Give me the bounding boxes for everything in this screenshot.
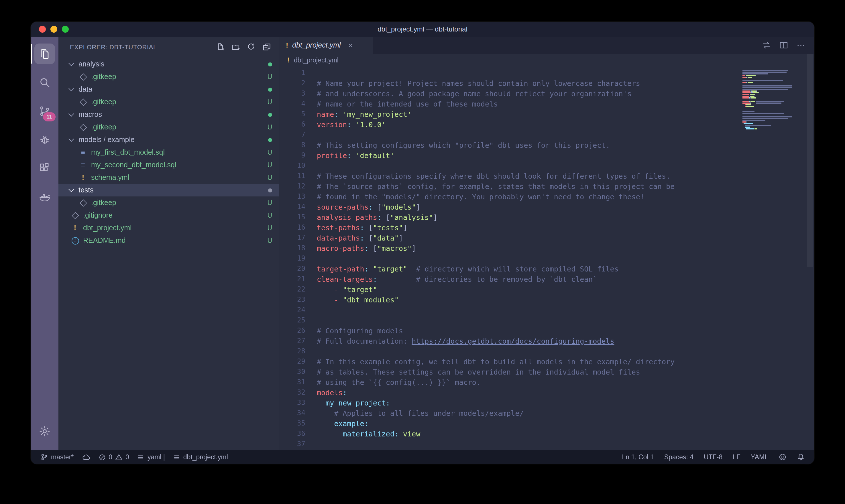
code-line-11[interactable]: 11# These configurations specify where d… — [279, 171, 814, 181]
code-line-21[interactable]: 21clean-targets: # directories to be rem… — [279, 274, 814, 284]
eol-setting[interactable]: LF — [733, 454, 740, 461]
code-line-5[interactable]: 5name: 'my_new_project' — [279, 109, 814, 119]
collapse-folders-button[interactable] — [260, 41, 272, 52]
dbt-file-status-item[interactable]: dbt_project.yml — [173, 453, 228, 461]
code-line-25[interactable]: 25 — [279, 315, 814, 325]
code-line-13[interactable]: 13# found in the "models/" directory. Yo… — [279, 191, 814, 202]
code-line-7[interactable]: 7 — [279, 129, 814, 140]
tree-file-dbt-project-yml[interactable]: dbt_project.ymlU — [58, 222, 279, 234]
code-line-16[interactable]: 16test-paths: ["tests"] — [279, 222, 814, 233]
feedback-smiley-button[interactable] — [778, 453, 787, 461]
tree-file-gitkeep[interactable]: .gitkeepU — [58, 70, 279, 83]
language-mode[interactable]: YAML — [751, 454, 768, 461]
activity-docker[interactable] — [31, 183, 58, 211]
new-folder-button[interactable] — [230, 41, 241, 52]
code-line-37[interactable]: 37 — [279, 439, 814, 449]
code-line-35[interactable]: 35 example: — [279, 418, 814, 428]
minimap[interactable] — [742, 68, 795, 132]
code-line-27[interactable]: 27# Full documentation: https://docs.get… — [279, 336, 814, 346]
scrollbar[interactable] — [807, 54, 813, 267]
code-line-33[interactable]: 33 my_new_project: — [279, 397, 814, 408]
code-line-24[interactable]: 24 — [279, 305, 814, 315]
code-line-19[interactable]: 19 — [279, 253, 814, 264]
code-line-10[interactable]: 10 — [279, 160, 814, 171]
code-editor[interactable]: 12# Name your project! Project names sho… — [279, 67, 814, 450]
code-line-6[interactable]: 6version: '1.0.0' — [279, 119, 814, 129]
code-line-28[interactable]: 28 — [279, 346, 814, 356]
tree-folder-macros[interactable]: macros — [58, 108, 279, 121]
code-line-2[interactable]: 2# Name your project! Project names shou… — [279, 78, 814, 88]
line-content: # using the `{{ config(...) }}` macro. — [305, 378, 481, 386]
cursor-position[interactable]: Ln 1, Col 1 — [622, 454, 654, 461]
line-content: # name or the intended use of these mode… — [305, 100, 498, 108]
tree-file-my-first-dbt-model-sql[interactable]: my_first_dbt_model.sqlU — [58, 146, 279, 159]
tree-folder-data[interactable]: data — [58, 83, 279, 96]
tree-folder-tests[interactable]: tests — [58, 184, 279, 196]
code-line-22[interactable]: 22 - "target" — [279, 284, 814, 294]
activity-settings[interactable] — [31, 417, 58, 446]
code-line-12[interactable]: 12# The `source-paths` config, for examp… — [279, 181, 814, 191]
minimize-window-button[interactable] — [50, 26, 57, 33]
activity-extensions[interactable] — [31, 154, 58, 183]
tree-item-label: .gitkeep — [91, 73, 116, 81]
branch-indicator[interactable]: master* — [40, 453, 74, 461]
tree-file-gitkeep[interactable]: .gitkeepU — [58, 96, 279, 108]
tree-file-gitkeep[interactable]: .gitkeepU — [58, 196, 279, 209]
code-line-9[interactable]: 9profile: 'default' — [279, 150, 814, 160]
tab-dbt-project-yml[interactable]: dbt_project.yml — [279, 37, 373, 54]
yaml-status-item[interactable]: yaml | — [137, 453, 165, 461]
code-line-18[interactable]: 18macro-paths: ["macros"] — [279, 243, 814, 253]
code-line-14[interactable]: 14source-paths: ["models"] — [279, 202, 814, 212]
code-line-8[interactable]: 8# This setting configures which "profil… — [279, 140, 814, 150]
tree-file-readme-md[interactable]: README.mdU — [58, 234, 279, 247]
line-number: 15 — [279, 213, 305, 221]
code-line-3[interactable]: 3# and underscores. A good package name … — [279, 88, 814, 98]
code-line-29[interactable]: 29# In this example config, we tell dbt … — [279, 356, 814, 366]
code-line-20[interactable]: 20target-path: "target" # directory whic… — [279, 264, 814, 274]
tree-file-gitkeep[interactable]: .gitkeepU — [58, 121, 279, 133]
line-number: 20 — [279, 265, 305, 273]
code-line-1[interactable]: 1 — [279, 68, 814, 78]
code-line-4[interactable]: 4# name or the intended use of these mod… — [279, 98, 814, 109]
new-file-button[interactable] — [214, 41, 226, 52]
breadcrumb[interactable]: dbt_project.yml — [279, 54, 814, 67]
line-content: - "target" — [305, 285, 377, 293]
split-editor-button[interactable] — [778, 40, 789, 50]
compare-changes-button[interactable] — [761, 40, 772, 50]
close-tab-icon[interactable] — [348, 41, 353, 49]
activity-explorer[interactable] — [31, 39, 58, 68]
activity-search[interactable] — [31, 68, 58, 97]
editor-group: dbt_project.yml — [279, 37, 814, 450]
activity-run-debug[interactable] — [31, 125, 58, 154]
code-line-17[interactable]: 17data-paths: ["data"] — [279, 233, 814, 243]
tree-folder-models-example[interactable]: models / example — [58, 133, 279, 146]
code-line-36[interactable]: 36 materialized: view — [279, 428, 814, 439]
close-window-button[interactable] — [39, 26, 46, 33]
more-actions-button[interactable] — [796, 40, 806, 50]
traffic-lights — [39, 22, 69, 37]
tree-file-my-second-dbt-model-sql[interactable]: my_second_dbt_model.sqlU — [58, 159, 279, 171]
sql-file-icon — [79, 149, 87, 156]
line-content: my_new_project: — [305, 398, 390, 407]
notifications-button[interactable] — [797, 453, 805, 461]
minimap-line — [742, 99, 795, 100]
refresh-explorer-button[interactable] — [245, 41, 257, 52]
code-line-23[interactable]: 23 - "dbt_modules" — [279, 294, 814, 305]
code-lines: 12# Name your project! Project names sho… — [279, 68, 814, 449]
code-line-30[interactable]: 30# as tables. These settings can be ove… — [279, 366, 814, 377]
indentation-setting[interactable]: Spaces: 4 — [664, 454, 694, 461]
code-line-34[interactable]: 34 # Applies to all files under models/e… — [279, 408, 814, 418]
tree-file-gitignore[interactable]: .gitignoreU — [58, 209, 279, 222]
tree-file-schema-yml[interactable]: schema.ymlU — [58, 171, 279, 184]
code-line-15[interactable]: 15analysis-paths: ["analysis"] — [279, 212, 814, 222]
zoom-window-button[interactable] — [62, 26, 69, 33]
tree-folder-analysis[interactable]: analysis — [58, 58, 279, 70]
code-line-31[interactable]: 31# using the `{{ config(...) }}` macro. — [279, 377, 814, 387]
activity-source-control[interactable]: 11 — [31, 97, 58, 125]
problems-indicator[interactable]: 0 0 — [98, 453, 129, 461]
code-line-32[interactable]: 32models: — [279, 387, 814, 397]
encoding-setting[interactable]: UTF-8 — [704, 454, 722, 461]
line-number: 29 — [279, 357, 305, 365]
code-line-26[interactable]: 26# Configuring models — [279, 325, 814, 336]
sync-button[interactable] — [82, 453, 90, 461]
